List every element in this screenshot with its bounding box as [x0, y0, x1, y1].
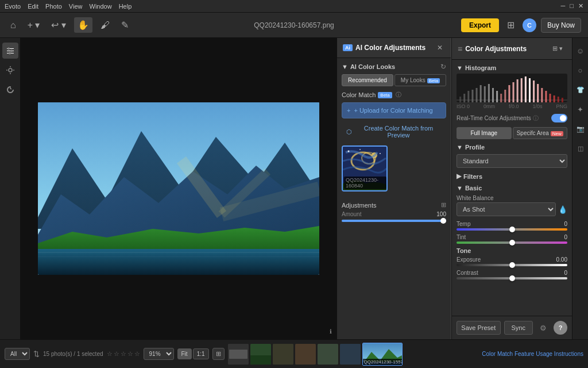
- recommended-tab[interactable]: Recommended: [342, 74, 393, 86]
- star-3[interactable]: ☆: [121, 350, 126, 358]
- menu-view[interactable]: View: [69, 3, 83, 10]
- filmstrip-controls: All ⇅ 15 photo(s) / 1 selected ☆ ☆ ☆ ☆ ☆…: [5, 348, 225, 360]
- profile-select[interactable]: Standard: [457, 154, 567, 168]
- view-buttons: Fit 1:1: [177, 348, 209, 359]
- white-balance-select[interactable]: As Shot: [457, 202, 556, 216]
- right-icon-camera[interactable]: 📷: [572, 121, 589, 137]
- menu-evoto[interactable]: Evoto: [5, 3, 21, 10]
- thumbnail-3[interactable]: [273, 344, 293, 365]
- file-title: QQ20241230-160657.png: [254, 21, 334, 29]
- ai-panel-close[interactable]: ✕: [435, 43, 445, 53]
- eyedropper-button[interactable]: 💧: [558, 205, 567, 214]
- amount-slider[interactable]: [342, 220, 446, 222]
- thumbnail-1[interactable]: [228, 344, 249, 365]
- filters-title[interactable]: ▶ Filters: [457, 172, 567, 180]
- star-2[interactable]: ☆: [114, 350, 119, 358]
- sort-button[interactable]: ⇅: [33, 350, 40, 358]
- exposure-slider[interactable]: [457, 264, 567, 266]
- thumbnail-6[interactable]: [340, 344, 361, 365]
- canvas-info: ℹ: [330, 328, 332, 335]
- right-icon-shirt[interactable]: 👕: [572, 82, 589, 98]
- star-5[interactable]: ☆: [134, 350, 140, 358]
- basic-section: ▼ Basic White Balance As Shot 💧 Temp: [457, 185, 567, 279]
- ratio-button[interactable]: 1:1: [193, 348, 209, 359]
- refresh-button[interactable]: ↻: [440, 63, 446, 71]
- add-button[interactable]: + ▾: [24, 17, 44, 33]
- profile-title[interactable]: ▼ Profile: [457, 144, 567, 151]
- realtime-row: Real-Time Color Adjustments ⓘ: [457, 114, 567, 122]
- contrast-slider[interactable]: [457, 277, 567, 279]
- sidebar-light-icon[interactable]: [2, 62, 18, 78]
- help-button[interactable]: ?: [554, 321, 567, 335]
- thumbnail-4[interactable]: [295, 344, 316, 365]
- star-1[interactable]: ☆: [107, 350, 113, 358]
- export-button[interactable]: Export: [461, 18, 499, 32]
- svg-rect-50: [545, 91, 547, 102]
- histogram-info: ISO 0 0mm f/0.0 1/0s PNG: [457, 103, 567, 109]
- right-icon-enhance[interactable]: ✦: [572, 101, 589, 117]
- star-4[interactable]: ☆: [127, 350, 133, 358]
- temp-value: 0: [564, 221, 567, 227]
- basic-title[interactable]: ▼ Basic: [457, 185, 567, 191]
- svg-rect-34: [480, 85, 482, 102]
- ai-looks-header: ▼ AI Color Looks ↻: [342, 63, 446, 71]
- home-button[interactable]: ⌂: [7, 18, 20, 33]
- right-icon-circle[interactable]: ○: [572, 62, 589, 78]
- menu-photo[interactable]: Photo: [45, 3, 62, 10]
- right-icon-face[interactable]: ☺: [572, 43, 589, 59]
- window-maximize[interactable]: □: [570, 2, 574, 10]
- sidebar-adjust-icon[interactable]: [2, 43, 18, 59]
- tint-slider[interactable]: [457, 241, 567, 244]
- thumbnail-5[interactable]: [318, 344, 338, 365]
- create-match-button[interactable]: ⬡ Create Color Match from Preview: [342, 121, 446, 142]
- menu-help[interactable]: Help: [119, 3, 132, 10]
- white-balance-label: White Balance: [457, 195, 493, 201]
- zoom-select[interactable]: 91%: [144, 348, 174, 360]
- hand-tool-button[interactable]: ✋: [74, 17, 92, 33]
- save-preset-button[interactable]: Save Preset: [457, 321, 501, 335]
- tone-title: Tone: [457, 247, 567, 254]
- temp-slider[interactable]: [457, 228, 567, 231]
- svg-rect-39: [500, 94, 502, 102]
- svg-rect-29: [459, 97, 461, 102]
- sync-button[interactable]: Sync: [504, 321, 533, 335]
- ai-color-panel: Ai AI Color Adjustments ✕ ▼ AI Color Loo…: [336, 38, 451, 339]
- svg-rect-38: [496, 91, 498, 102]
- svg-rect-47: [533, 80, 535, 102]
- settings-button[interactable]: ⚙: [536, 321, 550, 335]
- thumbnail-2[interactable]: [250, 344, 271, 365]
- fit-button[interactable]: Fit: [177, 348, 192, 359]
- tint-label: Tint: [457, 234, 466, 240]
- window-minimize[interactable]: ─: [561, 2, 566, 10]
- menu-edit[interactable]: Edit: [28, 3, 38, 10]
- filmstrip: All ⇅ 15 photo(s) / 1 selected ☆ ☆ ☆ ☆ ☆…: [0, 339, 588, 368]
- color-match-thumbnail[interactable]: QQ20241230-160840: [342, 145, 388, 191]
- grid-toggle-button[interactable]: ⊞: [212, 348, 225, 360]
- thumbnail-selected[interactable]: QQ20241230-155731.png: [362, 343, 403, 366]
- full-image-button[interactable]: Full Image: [457, 127, 512, 139]
- specific-area-button[interactable]: Specifc AreaNew: [513, 127, 568, 139]
- grid-view-button[interactable]: ⊞: [504, 17, 518, 33]
- realtime-toggle[interactable]: [551, 114, 567, 122]
- color-panel-options[interactable]: ⊞ ▾: [549, 43, 566, 55]
- amount-label: Amount: [342, 211, 361, 217]
- undo-button[interactable]: ↩ ▾: [48, 17, 69, 33]
- window-close[interactable]: ✕: [578, 2, 583, 10]
- create-match-icon: ⬡: [346, 128, 352, 136]
- menu-window[interactable]: Window: [90, 3, 112, 10]
- my-looks-tab[interactable]: My LooksBeta: [394, 74, 446, 86]
- right-icon-layers[interactable]: ◫: [572, 140, 589, 156]
- svg-rect-32: [471, 90, 473, 102]
- histogram-chart: [457, 74, 567, 102]
- pen-tool-button[interactable]: ✎: [118, 17, 132, 33]
- buy-now-button[interactable]: Buy Now: [541, 18, 581, 33]
- filmstrip-filter-select[interactable]: All: [5, 348, 30, 360]
- color-match-link[interactable]: Color Match Feature Usage Instructions: [482, 351, 583, 357]
- brush-tool-button[interactable]: 🖌: [97, 18, 113, 33]
- tint-slider-row: Tint 0: [457, 234, 567, 244]
- edit-adjustments-icon[interactable]: ⊞: [441, 201, 446, 209]
- upload-color-matching-button[interactable]: + + Upload for Color Matching: [342, 102, 446, 118]
- star-rating: ☆ ☆ ☆ ☆ ☆: [107, 350, 140, 358]
- sidebar-history-icon[interactable]: [2, 82, 18, 98]
- avatar[interactable]: C: [523, 18, 536, 32]
